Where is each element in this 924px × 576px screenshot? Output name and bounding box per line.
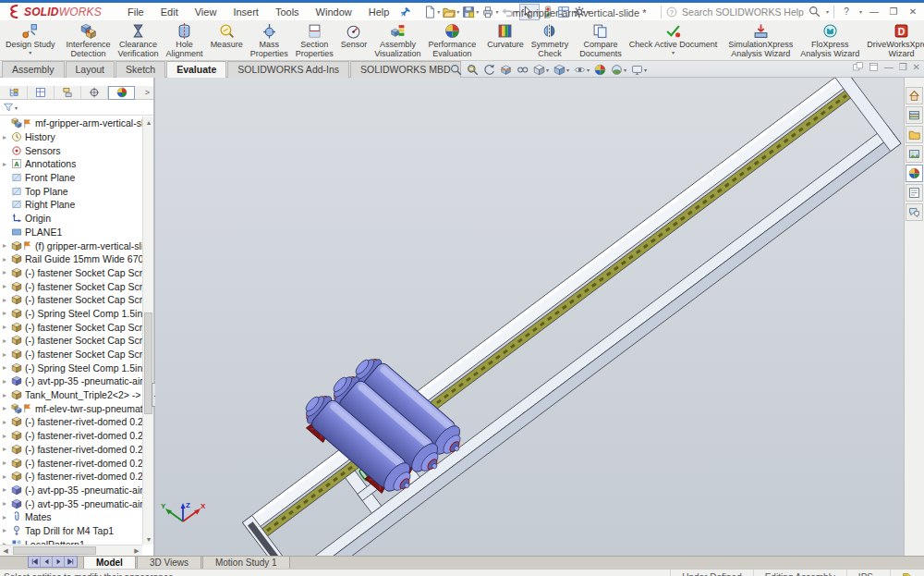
expand-arrow-icon[interactable]: ▸ <box>3 363 11 372</box>
panel-flyout-button[interactable]: > <box>145 88 153 97</box>
tree-item[interactable]: ▸(-) fastener-rivet-domed 0.25dia 0.251 <box>0 470 142 484</box>
view-palette-button[interactable] <box>906 145 923 163</box>
menu-edit[interactable]: Edit <box>159 6 180 18</box>
nav-first-button[interactable] <box>29 557 41 567</box>
help-menu-button[interactable]: ? <box>839 6 854 17</box>
pin-icon[interactable] <box>400 6 411 18</box>
tree-item[interactable]: ▸Tank_Mount_Triple2<2> -> (Default<< <box>0 388 142 402</box>
tree-item[interactable]: ▸(-) fastener-rivet-domed 0.25dia 0.251 <box>0 456 142 470</box>
expand-arrow-icon[interactable]: ▸ <box>3 513 11 521</box>
tree-item[interactable]: ▸(-) fastener Socket Cap Screw Flanged <box>0 320 142 334</box>
interference-detection-button[interactable]: InterferenceDetection <box>63 21 115 60</box>
tab-model[interactable]: Model <box>83 556 136 569</box>
tab-solidworks-mbd[interactable]: SOLIDWORKS MBD <box>350 61 460 78</box>
performance-evaluation-button[interactable]: PerformanceEvaluation <box>425 21 480 60</box>
cascade-windows-icon[interactable] <box>869 62 879 72</box>
simulationxpress-button[interactable]: SimulationXpressAnalysis Wizard <box>724 21 796 60</box>
nav-prev-button[interactable] <box>41 557 53 567</box>
tree-item[interactable]: ▸(-) fastener-rivet-domed 0.25dia 0.251 <box>0 443 142 457</box>
driveworksxpress-button[interactable]: DDriveWorksXpressWizard <box>863 21 924 60</box>
hole-alignment-button[interactable]: HoleAlignment <box>163 21 207 60</box>
expand-arrow-icon[interactable]: ▸ <box>3 485 11 494</box>
design-library-button[interactable] <box>906 106 923 124</box>
tree-item[interactable]: ▸(-) fastener-rivet-domed 0.25dia 0.251 <box>0 429 142 443</box>
floxpress-button[interactable]: FloXpressAnalysis Wizard <box>796 21 863 60</box>
expand-arrow-icon[interactable]: ▸ <box>3 309 11 317</box>
tree-item[interactable]: ▸(-) Spring Steel Comp 1.5in L0.970in O <box>0 307 142 321</box>
tree-item[interactable]: ▸Rail Guide 15mm Wide 6709K332<1> <box>0 252 142 266</box>
expand-arrow-icon[interactable]: ▸ <box>3 160 11 168</box>
tree-item[interactable]: ▸(-) avt-pp-35 -pneumatic-air-tank-rese <box>0 496 142 510</box>
ptab-featuretree-tab[interactable] <box>1 86 28 100</box>
help-caret-icon[interactable]: ▾ <box>859 8 862 15</box>
filter-caret-icon[interactable]: ▾ <box>15 104 18 111</box>
viewport-3d-canvas[interactable]: Y Z X <box>155 78 904 556</box>
ptab-dimxpert-tab[interactable] <box>81 86 108 100</box>
tree-item[interactable]: ▸LocalPattern1 <box>0 537 142 545</box>
nav-last-button[interactable] <box>65 557 77 567</box>
expand-arrow-icon[interactable]: ▸ <box>3 323 11 331</box>
menu-view[interactable]: View <box>193 6 219 18</box>
menu-help[interactable]: Help <box>367 6 392 18</box>
menu-tools[interactable]: Tools <box>274 6 301 18</box>
search-scope-caret-icon[interactable]: ▾ <box>826 8 829 15</box>
check-active-document-button[interactable]: Check Active Document▾ <box>626 21 722 60</box>
menu-file[interactable]: File <box>126 6 146 18</box>
expand-arrow-icon[interactable]: ▸ <box>3 241 11 250</box>
symmetry-check-button[interactable]: SymmetryCheck <box>528 21 573 60</box>
new-doc-button[interactable]: ▾ <box>422 4 441 20</box>
menu-insert[interactable]: Insert <box>231 6 261 18</box>
compare-documents-button[interactable]: CompareDocuments <box>576 21 626 60</box>
dropdown-caret-icon[interactable]: ▾ <box>672 50 675 56</box>
expand-arrow-icon[interactable]: ▸ <box>3 282 11 290</box>
expand-arrow-icon[interactable]: ▸ <box>3 526 11 534</box>
ptab-appearance-tab[interactable] <box>108 86 135 100</box>
tree-item[interactable]: ▸mf-elev-twr-sup-pneumatic-tanks< <box>0 401 142 415</box>
tab-sketch[interactable]: Sketch <box>116 61 165 78</box>
zoom-area-button[interactable] <box>466 62 480 77</box>
sensor-button[interactable]: Sensor <box>337 21 371 60</box>
design-study-button[interactable]: Design Study▾ <box>2 21 59 60</box>
tree-item[interactable]: ▸(-) Spring Steel Comp 1.5in L0.970in O <box>0 361 142 374</box>
doc-restore-button[interactable]: ❐ <box>899 62 907 72</box>
dropdown-caret-icon[interactable]: ▾ <box>644 67 647 73</box>
expand-arrow-icon[interactable]: ▸ <box>3 268 11 276</box>
tab-solidworks-add-ins[interactable]: SOLIDWORKS Add-Ins <box>227 61 349 78</box>
tag-button[interactable] <box>890 570 924 576</box>
expand-arrow-icon[interactable]: ▸ <box>3 418 11 426</box>
scrollbar-thumb[interactable] <box>13 546 96 555</box>
tree-item[interactable]: ▸AAnnotations <box>0 157 142 171</box>
measure-button[interactable]: Measure <box>207 21 247 60</box>
previous-view-button[interactable] <box>482 62 496 77</box>
expand-arrow-icon[interactable]: ▸ <box>3 377 11 386</box>
appearances-button[interactable] <box>906 165 923 182</box>
expand-arrow-icon[interactable]: ▸ <box>3 337 11 345</box>
edit-appearance-button[interactable] <box>593 62 607 77</box>
view-orientation-button[interactable]: ▾ <box>532 62 550 77</box>
search-icon[interactable] <box>808 6 821 18</box>
tree-item[interactable]: ▸(-) fastener Socket Cap Screw Flanged <box>0 348 142 362</box>
expand-arrow-icon[interactable]: ▸ <box>3 432 11 440</box>
tree-item[interactable]: PLANE1 <box>0 226 142 239</box>
expand-arrow-icon[interactable]: ▸ <box>3 472 11 481</box>
ptab-display-pane-tab[interactable] <box>28 86 55 100</box>
dropdown-caret-icon[interactable]: ▾ <box>437 8 440 15</box>
new-window-icon[interactable] <box>853 62 863 72</box>
clearance-verification-button[interactable]: ClearanceVerification <box>115 21 163 60</box>
tree-item[interactable]: ▸(-) fastener Socket Cap Screw M4 16m <box>0 266 142 280</box>
view-settings-button[interactable]: ▾ <box>630 62 648 77</box>
tree-vertical-scrollbar[interactable]: ▲ ▼ <box>142 116 153 545</box>
tree-filter-row[interactable]: ▾ <box>0 100 153 116</box>
mass-properties-button[interactable]: MassProperties <box>247 21 292 60</box>
close-button[interactable]: ✕ <box>906 6 920 17</box>
section-view-button[interactable] <box>499 62 513 77</box>
tree-item[interactable]: Sensors <box>0 143 142 157</box>
tab-layout[interactable]: Layout <box>66 61 116 78</box>
dropdown-caret-icon[interactable]: ▾ <box>587 67 590 73</box>
dropdown-caret-icon[interactable]: ▾ <box>546 67 549 73</box>
save-button[interactable]: ▾ <box>461 4 480 20</box>
tree-item[interactable]: ▸(-) fastener Socket Cap Screw Flanged <box>0 293 142 307</box>
curvature-button[interactable]: Curvature <box>483 21 528 60</box>
graphics-viewport[interactable]: Y Z X <box>155 78 904 556</box>
dropdown-caret-icon[interactable]: ▾ <box>624 67 626 73</box>
